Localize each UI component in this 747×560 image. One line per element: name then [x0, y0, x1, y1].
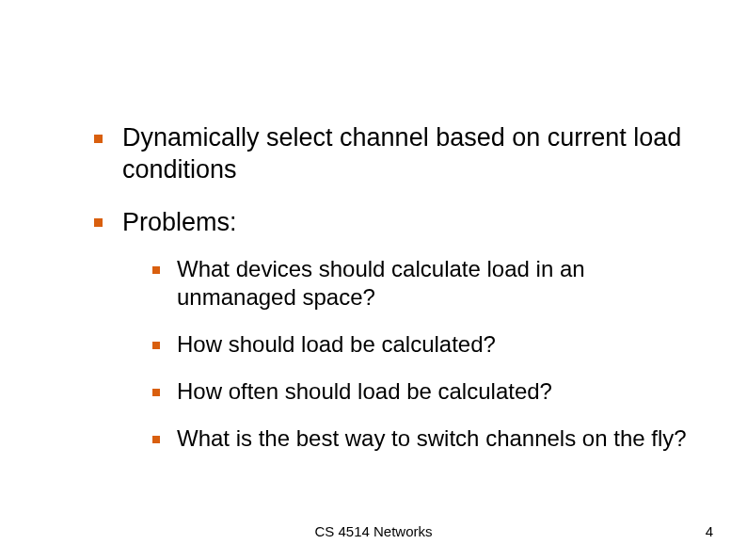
slide-content: Dynamically select channel based on curr…: [94, 122, 709, 473]
list-item: Dynamically select channel based on curr…: [94, 122, 709, 186]
bullet-text: How should load be calculated?: [177, 331, 496, 357]
list-item: What is the best way to switch channels …: [152, 424, 709, 453]
bullet-text: Dynamically select channel based on curr…: [122, 123, 681, 184]
bullet-text: How often should load be calculated?: [177, 378, 552, 404]
bullet-text: What devices should calculate load in an…: [177, 256, 585, 310]
list-item: Problems: What devices should calculate …: [94, 207, 709, 454]
footer-course-label: CS 4514 Networks: [0, 523, 747, 539]
list-item: How should load be calculated?: [152, 330, 709, 359]
footer-page-number: 4: [706, 523, 713, 539]
bullet-list-level2: What devices should calculate load in an…: [122, 255, 709, 453]
bullet-text: Problems:: [122, 208, 237, 236]
bullet-list-level1: Dynamically select channel based on curr…: [94, 122, 709, 453]
slide: Dynamically select channel based on curr…: [0, 0, 747, 560]
bullet-text: What is the best way to switch channels …: [177, 425, 687, 451]
list-item: What devices should calculate load in an…: [152, 255, 709, 312]
list-item: How often should load be calculated?: [152, 377, 709, 406]
